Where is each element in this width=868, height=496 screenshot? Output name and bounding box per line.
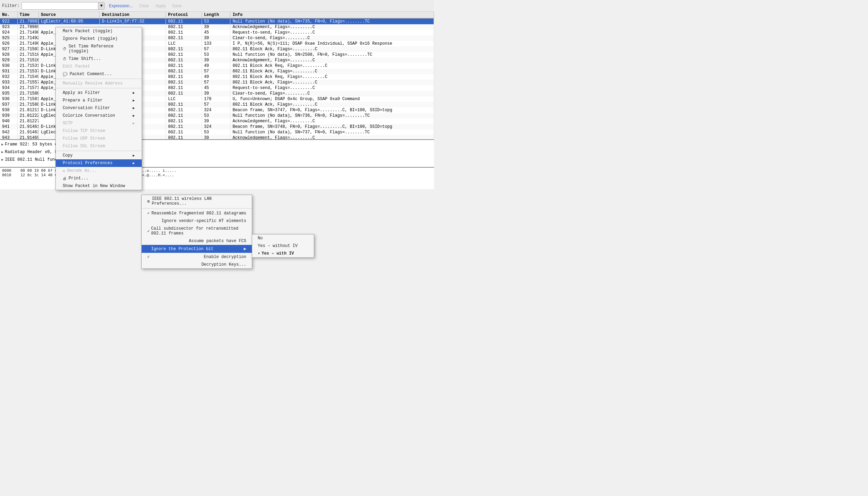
col-no: No. <box>0 12 17 18</box>
ctx-prepare-filter-label: Prepare a Filter <box>63 98 103 103</box>
detail-triangle-ieee: ▶ <box>1 158 3 162</box>
ctx-follow-tcp: Follow TCP Stream <box>56 127 142 135</box>
ctx-manually-resolve-label: Manually Resolve Address <box>63 81 123 86</box>
protocol-prefs-submenu: ⚙ IEEE 802.11 wireless LAN Preferences..… <box>141 195 252 248</box>
table-header-row: No. Time Source Destination Protocol Len… <box>0 12 434 18</box>
submenu-call-subdissector-check: ✓ <box>147 229 150 234</box>
ctx-colorize-conversation[interactable]: Colorize Conversation ▶ <box>56 112 142 119</box>
ctx-follow-udp-label: Follow UDP Stream <box>63 136 105 141</box>
table-row[interactable]: 92221.709839000LgElectr_41:68:05D-LinkIn… <box>0 18 434 24</box>
ctx-set-time-ref-label: Set Time Reference (toggle) <box>69 44 135 54</box>
ctx-follow-tcp-label: Follow TCP Stream <box>63 129 105 133</box>
hex-offset-0: 0000 <box>2 168 11 173</box>
ctx-copy-label: Copy <box>63 153 73 158</box>
submenu-reassemble-label: Reassemble fragmented 802.11 datagrams <box>151 211 246 216</box>
ctx-show-packet-new-window-label: Show Packet in New Window <box>63 184 125 188</box>
ctx-set-time-ref[interactable]: ⏱ Set Time Reference (toggle) <box>56 43 142 55</box>
submenu-call-subdissector[interactable]: ✓ Call subdissector for retransmitted 80… <box>142 225 252 237</box>
submenu-assume-fcs-label: Assume packets have FCS <box>189 239 246 243</box>
ctx-colorize-conversation-arrow: ▶ <box>133 114 135 118</box>
ctx-conversation-filter[interactable]: Conversation Filter ▶ <box>56 104 142 112</box>
ctx-mark-packet-label: Mark Packet (toggle) <box>63 29 113 34</box>
ctx-protocol-preferences[interactable]: Protocol Preferences ▶ <box>56 159 142 167</box>
submenu-ignore-protection-arrow: ▶ <box>244 246 246 248</box>
submenu-assume-fcs-check <box>147 239 150 243</box>
ctx-edit-packet: Edit Packet <box>56 63 142 70</box>
ctx-copy-arrow: ▶ <box>133 153 135 158</box>
protection-yes-without-iv[interactable]: Yes – without IV <box>252 242 314 248</box>
ctx-mark-packet[interactable]: Mark Packet (toggle) <box>56 27 142 35</box>
filter-input-wrap: ▼ <box>21 2 105 10</box>
ctx-print-label: Print... <box>69 176 135 181</box>
col-source: Source <box>39 12 100 18</box>
ctx-sep-2 <box>56 88 142 88</box>
ctx-prepare-filter[interactable]: Prepare a Filter ▶ <box>56 97 142 104</box>
protection-submenu: No Yes – without IV • Yes – with IV <box>252 234 314 248</box>
submenu-ignore-protection[interactable]: Ignore the Protection bit ▶ <box>142 245 252 248</box>
ctx-protocol-preferences-label: Protocol Preferences <box>63 161 113 166</box>
submenu-ieee-prefs[interactable]: ⚙ IEEE 802.11 wireless LAN Preferences..… <box>142 195 252 207</box>
filter-label: Filter: <box>2 3 19 8</box>
submenu-reassemble-check: ✓ <box>147 211 150 216</box>
col-length: Length <box>202 12 230 18</box>
ctx-ignore-packet-label: Ignore Packet (toggle) <box>63 36 117 41</box>
hex-ascii-1: ..<.@....H.<.... <box>138 173 174 177</box>
submenu-ignore-vendor[interactable]: Ignore vendor-specific HT elements <box>142 217 252 225</box>
protection-no[interactable]: No <box>252 234 314 242</box>
ctx-sctp-label: SCTP <box>63 121 73 126</box>
clear-button[interactable]: Clear <box>137 3 151 9</box>
ctx-protocol-preferences-arrow: ▶ <box>133 161 135 165</box>
protection-yes-without-iv-label: Yes – without IV <box>258 243 298 248</box>
hex-offset-1: 0010 <box>2 173 11 177</box>
ctx-time-shift-icon: ⏱ <box>63 57 67 61</box>
expression-button[interactable]: Expression... <box>107 3 135 9</box>
ctx-manually-resolve: Manually Resolve Address <box>56 80 142 87</box>
protection-no-label: No <box>258 236 263 241</box>
ctx-decode-as-icon: ⚙ <box>63 169 65 173</box>
filter-bar: Filter: ▼ Expression... Clear Apply Save <box>0 0 434 12</box>
ctx-prepare-filter-arrow: ▶ <box>133 98 135 103</box>
ctx-colorize-conversation-label: Colorize Conversation <box>63 113 115 118</box>
submenu-reassemble[interactable]: ✓ Reassemble fragmented 802.11 datagrams <box>142 209 252 217</box>
submenu-ieee-prefs-icon: ⚙ <box>147 199 150 204</box>
filter-input[interactable] <box>22 3 98 8</box>
submenu-assume-fcs[interactable]: Assume packets have FCS <box>142 237 252 245</box>
ctx-time-shift-label: Time Shift... <box>69 56 135 61</box>
ctx-print[interactable]: 🖨 Print... <box>56 175 142 182</box>
col-protocol: Protocol <box>166 12 202 18</box>
filter-dropdown-button[interactable]: ▼ <box>98 2 104 9</box>
ctx-print-icon: 🖨 <box>63 176 67 181</box>
submenu-ignore-protection-label: Ignore the Protection bit <box>151 247 244 248</box>
ctx-conversation-filter-label: Conversation Filter <box>63 106 110 110</box>
ctx-apply-as-filter[interactable]: Apply as Filter ▶ <box>56 89 142 97</box>
ctx-copy[interactable]: Copy ▶ <box>56 152 142 159</box>
context-menu: Mark Packet (toggle) Ignore Packet (togg… <box>55 27 142 190</box>
submenu-ignore-vendor-check <box>147 219 150 223</box>
ctx-follow-udp: Follow UDP Stream <box>56 135 142 142</box>
ctx-decode-as-label: Decode As... <box>67 168 135 173</box>
ctx-time-shift[interactable]: ⏱ Time Shift... <box>56 55 142 63</box>
ctx-decode-as: ⚙ Decode As... <box>56 167 142 175</box>
ctx-apply-as-filter-label: Apply as Filter <box>63 90 100 95</box>
ctx-packet-comment[interactable]: 💬 Packet Comment... <box>56 70 142 78</box>
ctx-show-packet-new-window[interactable]: Show Packet in New Window <box>56 182 142 190</box>
detail-triangle-frame: ▶ <box>1 142 3 147</box>
ctx-follow-ssl: Follow SSL Stream <box>56 142 142 150</box>
apply-button[interactable]: Apply <box>153 3 168 9</box>
submenu-sep-1 <box>142 208 252 209</box>
ctx-edit-packet-label: Edit Packet <box>63 64 90 69</box>
col-destination: Destination <box>100 12 166 18</box>
ctx-ignore-packet[interactable]: Ignore Packet (toggle) <box>56 35 142 43</box>
save-button[interactable]: Save <box>170 3 184 9</box>
ctx-conversation-filter-arrow: ▶ <box>133 106 135 110</box>
col-info: Info <box>230 12 434 18</box>
col-time: Time <box>17 12 38 18</box>
ctx-packet-comment-label: Packet Comment... <box>70 72 135 77</box>
ctx-packet-comment-icon: 💬 <box>63 72 68 77</box>
submenu-call-subdissector-label: Call subdissector for retransmitted 802.… <box>151 226 246 236</box>
hex-ascii-0: ....o..... i..... <box>138 168 177 173</box>
ctx-set-time-ref-icon: ⏱ <box>63 47 67 51</box>
ctx-sep-1 <box>56 79 142 79</box>
ctx-apply-as-filter-arrow: ▶ <box>133 91 135 95</box>
submenu-ignore-protection-check <box>147 247 150 248</box>
